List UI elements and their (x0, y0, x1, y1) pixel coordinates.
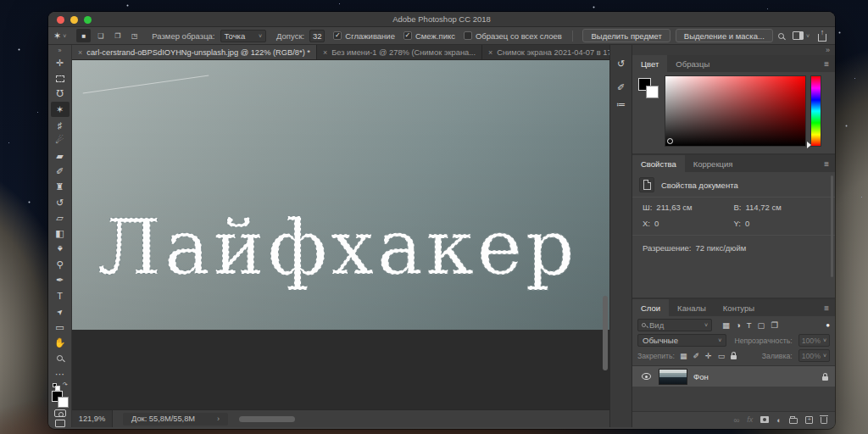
select-and-mask-button[interactable]: Выделение и маска... (676, 29, 773, 42)
search-icon[interactable] (778, 33, 784, 39)
tab-paths[interactable]: Контуры (715, 299, 763, 316)
sample-size-select[interactable]: Точка ˅ (220, 30, 267, 42)
brush-tool[interactable]: ✐ (51, 164, 70, 179)
document-tab-2[interactable]: × Без имени-1 @ 278% (Снимок экрана... (317, 45, 482, 59)
select-subject-button[interactable]: Выделить предмет (582, 29, 670, 42)
canvas-image[interactable]: Лайфхакер (72, 60, 609, 330)
clone-stamp-tool[interactable]: ♜ (51, 180, 70, 195)
tolerance-input[interactable]: 32 (309, 30, 325, 42)
hue-slider-arrow[interactable] (807, 142, 811, 148)
lock-pixels-icon[interactable]: ✐ (693, 352, 700, 360)
subtract-selection-button[interactable]: ❐ (110, 29, 125, 42)
blend-mode-select[interactable]: Обычные ˅ (637, 334, 726, 347)
swap-colors-icon[interactable]: ↷ (63, 381, 68, 388)
history-panel-icon[interactable]: ↺ (613, 55, 630, 72)
toolbar-collapse-icon[interactable]: » (58, 46, 62, 55)
lock-position-icon[interactable]: ✛ (705, 352, 712, 360)
sample-all-layers-checkbox[interactable]: Образец со всех слоев (464, 31, 562, 41)
layer-thumbnail[interactable] (659, 369, 687, 385)
link-layers-icon[interactable]: ∞ (733, 415, 739, 425)
adjustment-layer-icon[interactable]: ◐ (776, 415, 782, 425)
fill-value[interactable]: 100% ˅ (798, 349, 830, 362)
clone-source-panel-icon[interactable]: ≔ (613, 96, 630, 113)
history-brush-tool[interactable]: ↺ (51, 195, 70, 210)
zoom-tool[interactable] (51, 351, 70, 366)
add-mask-icon[interactable] (760, 416, 769, 423)
vertical-scrollbar[interactable] (603, 296, 608, 370)
screen-mode-button[interactable] (55, 420, 65, 427)
layer-style-icon[interactable]: fx (747, 415, 753, 424)
background-color-swatch[interactable] (58, 397, 69, 408)
new-selection-button[interactable]: ■ (76, 29, 91, 42)
healing-brush-tool[interactable]: ▰ (51, 148, 70, 164)
eyedropper-tool[interactable]: ☄ (51, 133, 70, 148)
layer-visibility-cell[interactable] (639, 373, 653, 380)
tab-properties[interactable]: Свойства (632, 155, 685, 172)
document-tab-1[interactable]: × carl-cerstrand-oBPSdIOYHNg-unsplash.jp… (72, 45, 317, 59)
panel-menu-icon[interactable]: ≡ (818, 299, 835, 316)
filter-toggle-icon[interactable]: ● (826, 321, 830, 329)
move-tool[interactable]: ✛ (51, 55, 70, 70)
dodge-tool[interactable]: ⚲ (51, 257, 70, 272)
close-icon[interactable]: × (488, 48, 492, 57)
panel-scrollbar[interactable] (831, 175, 833, 277)
marquee-tool[interactable] (51, 70, 70, 86)
workspace-switcher[interactable]: ˅ (793, 31, 810, 40)
default-colors-icon[interactable] (53, 383, 57, 387)
color-cursor[interactable] (667, 138, 673, 144)
zoom-level-field[interactable]: 121,9% (72, 410, 113, 427)
layer-row-background[interactable]: Фон (632, 366, 835, 387)
quick-mask-button[interactable] (54, 409, 66, 418)
eraser-tool[interactable]: ▱ (51, 210, 70, 225)
lock-all-icon[interactable] (731, 355, 737, 359)
opacity-value[interactable]: 100% ˅ (798, 334, 830, 347)
shape-layers-filter-icon[interactable]: ▢ (758, 320, 765, 330)
zoom-window-button[interactable] (84, 16, 92, 24)
close-window-button[interactable] (57, 16, 64, 24)
minimize-window-button[interactable] (70, 16, 78, 24)
hue-slider[interactable] (810, 75, 821, 147)
brush-settings-panel-icon[interactable]: ✐ (613, 79, 630, 96)
smart-object-filter-icon[interactable]: ❐ (771, 320, 779, 330)
type-layers-filter-icon[interactable]: T (747, 320, 752, 330)
tab-layers[interactable]: Слои (632, 299, 669, 316)
delete-layer-icon[interactable] (821, 417, 827, 424)
lock-transparent-icon[interactable]: ▦ (680, 352, 687, 360)
share-icon[interactable] (818, 34, 826, 42)
path-select-tool[interactable]: ➤ (51, 304, 70, 320)
pen-tool[interactable]: ✒ (51, 273, 70, 288)
panel-menu-icon[interactable]: ≡ (818, 155, 835, 172)
type-tool[interactable]: T (51, 288, 70, 303)
layer-filter-select[interactable]: Вид ˅ (637, 319, 712, 331)
active-tool-preset[interactable]: ✶ ˅ (53, 31, 66, 42)
adjustment-layers-filter-icon[interactable]: ◑ (736, 320, 741, 330)
gradient-tool[interactable]: ◧ (51, 226, 70, 242)
hand-tool[interactable]: ✋ (51, 335, 70, 350)
chevron-right-icon[interactable]: › (217, 415, 220, 423)
foreground-background-swatches[interactable] (51, 390, 70, 409)
magic-wand-tool[interactable]: ✶ (51, 102, 70, 117)
document-size-info[interactable]: Док: 55,8М/55,8М › (123, 413, 228, 426)
document-tab-3[interactable]: × Снимок экрана 2021-04-07 в 17.35.40.p (482, 45, 609, 59)
background-color-swatch[interactable] (646, 86, 659, 98)
blur-tool[interactable]: ♠ (51, 242, 70, 257)
new-layer-icon[interactable] (805, 416, 813, 424)
saturation-brightness-field[interactable] (665, 75, 806, 147)
tab-adjustments[interactable]: Коррекция (685, 155, 742, 172)
dock-collapse-icon[interactable]: » (632, 45, 835, 55)
tab-color[interactable]: Цвет (632, 55, 667, 72)
panel-menu-icon[interactable]: ≡ (818, 55, 835, 72)
close-icon[interactable]: × (323, 48, 327, 57)
edit-toolbar-button[interactable]: ⋯ (51, 366, 70, 381)
crop-tool[interactable]: ♯ (51, 117, 70, 132)
anti-alias-checkbox[interactable]: ✓ Сглаживание (333, 31, 395, 41)
pixel-layers-filter-icon[interactable]: ▦ (722, 320, 730, 330)
new-group-icon[interactable] (789, 418, 798, 424)
shape-tool[interactable]: ▭ (51, 320, 70, 335)
tab-swatches[interactable]: Образцы (667, 55, 718, 72)
tab-channels[interactable]: Каналы (669, 299, 715, 316)
horizontal-scrollbar[interactable] (239, 416, 295, 422)
canvas-selected-text[interactable]: Лайфхакер (97, 203, 578, 292)
lasso-tool[interactable]: ℧ (51, 86, 70, 102)
intersect-selection-button[interactable]: ◳ (127, 29, 142, 42)
